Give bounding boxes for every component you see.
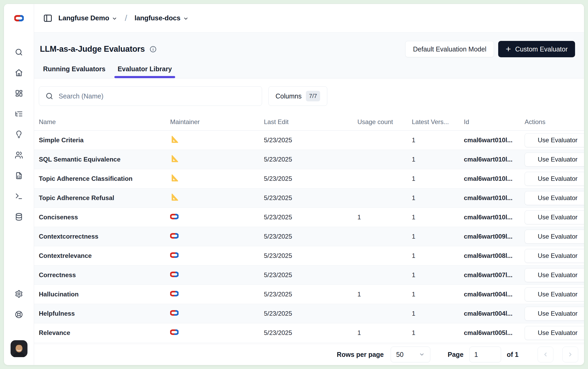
latest-version: 1 — [412, 310, 464, 317]
usage-count: 1 — [357, 214, 412, 221]
column-header-last-edit[interactable]: Last Edit — [264, 118, 357, 126]
table-row[interactable]: SQL Semantic Equivalence 5/23/2025 1 cma… — [34, 150, 584, 169]
use-evaluator-button[interactable]: Use Evaluator — [525, 153, 584, 167]
tab-running-evaluators[interactable]: Running Evaluators — [40, 65, 109, 78]
sidebar-toggle-icon[interactable] — [42, 12, 54, 24]
table-row[interactable]: Contextrelevance 5/23/2025 1 cmal6wart00… — [34, 246, 584, 266]
evaluator-id: cmal6wart007l... — [464, 271, 525, 279]
dashboards-icon[interactable] — [13, 87, 25, 99]
evaluator-name: Contextcorrectness — [34, 233, 170, 240]
chevron-down-icon — [183, 16, 189, 21]
evaluator-id: cmal6wart004l... — [464, 310, 525, 317]
evaluator-name: Topic Adherence Classification — [34, 175, 170, 182]
info-icon[interactable] — [150, 46, 157, 53]
actions-cell: Use Evaluator — [525, 307, 584, 321]
home-icon[interactable] — [13, 67, 25, 78]
use-evaluator-button[interactable]: Use Evaluator — [525, 230, 584, 244]
columns-button[interactable]: Columns 7/7 — [268, 86, 327, 106]
datasets-icon[interactable] — [13, 211, 25, 223]
use-evaluator-button[interactable]: Use Evaluator — [525, 191, 584, 205]
use-evaluator-button[interactable]: Use Evaluator — [525, 210, 584, 224]
project-switcher[interactable]: langfuse-docs — [134, 14, 189, 22]
table-header-row: Name Maintainer Last Edit Usage count La… — [34, 113, 584, 131]
ragas-icon — [170, 174, 179, 182]
settings-icon[interactable] — [13, 288, 25, 300]
table-row[interactable]: Simple Criteria 5/23/2025 1 cmal6wart010… — [34, 131, 584, 150]
actions-cell: Use Evaluator — [525, 230, 584, 244]
search-input[interactable] — [59, 92, 255, 100]
latest-version: 1 — [412, 329, 464, 337]
usage-count: 1 — [357, 329, 412, 337]
maintainer-cell — [170, 329, 264, 337]
usage-count: 1 — [357, 291, 412, 298]
use-evaluator-button[interactable]: Use Evaluator — [525, 287, 584, 301]
table-row[interactable]: Topic Adherence Classification 5/23/2025… — [34, 169, 584, 188]
columns-label: Columns — [276, 92, 302, 100]
support-icon[interactable] — [13, 309, 25, 320]
use-evaluator-button[interactable]: Use Evaluator — [525, 307, 584, 321]
actions-cell: Use Evaluator — [525, 249, 584, 263]
last-edit-date: 5/23/2025 — [264, 233, 357, 240]
tab-evaluator-library[interactable]: Evaluator Library — [114, 65, 175, 78]
evaluator-id: cmal6wart010l... — [464, 156, 525, 163]
page-number-input[interactable] — [469, 347, 501, 362]
evaluator-name: Correctness — [34, 271, 170, 279]
user-avatar[interactable] — [11, 340, 27, 357]
use-evaluator-button[interactable]: Use Evaluator — [525, 133, 584, 147]
actions-cell: Use Evaluator — [525, 210, 584, 224]
sidebar-nav — [13, 46, 25, 223]
column-header-id[interactable]: Id — [464, 118, 525, 126]
main-area: Langfuse Demo / langfuse-docs LLM-as-a-J… — [34, 4, 584, 365]
playground-icon[interactable] — [13, 190, 25, 202]
table-row[interactable]: Helpfulness 5/23/2025 1 cmal6wart004l...… — [34, 304, 584, 323]
table-row[interactable]: Hallucination 5/23/2025 1 1 cmal6wart004… — [34, 285, 584, 304]
last-edit-date: 5/23/2025 — [264, 175, 357, 182]
custom-evaluator-button[interactable]: + Custom Evaluator — [498, 41, 575, 57]
table-row[interactable]: Relevance 5/23/2025 1 1 cmal6wart005l...… — [34, 323, 584, 343]
search-icon[interactable] — [13, 46, 25, 58]
last-edit-date: 5/23/2025 — [264, 136, 357, 144]
org-name: Langfuse Demo — [58, 14, 109, 22]
maintainer-cell — [170, 290, 264, 299]
last-edit-date: 5/23/2025 — [264, 214, 357, 221]
latest-version: 1 — [412, 233, 464, 240]
evaluation-icon[interactable] — [13, 129, 25, 140]
evaluator-table: Name Maintainer Last Edit Usage count La… — [34, 113, 584, 343]
latest-version: 1 — [412, 291, 464, 298]
evaluator-name: Topic Adherence Refusal — [34, 194, 170, 202]
column-header-latest-version[interactable]: Latest Vers... — [412, 118, 464, 126]
org-switcher[interactable]: Langfuse Demo — [58, 14, 117, 22]
ragas-icon — [170, 193, 179, 201]
plus-icon: + — [506, 44, 511, 53]
next-page-button[interactable] — [562, 347, 578, 362]
last-edit-date: 5/23/2025 — [264, 329, 357, 337]
search-icon — [45, 92, 53, 100]
use-evaluator-button[interactable]: Use Evaluator — [525, 249, 584, 263]
table-row[interactable]: Conciseness 5/23/2025 1 1 cmal6wart010l.… — [34, 208, 584, 227]
use-evaluator-button[interactable]: Use Evaluator — [525, 326, 584, 340]
use-evaluator-button[interactable]: Use Evaluator — [525, 172, 584, 186]
langfuse-icon — [170, 309, 179, 318]
users-icon[interactable] — [13, 149, 25, 161]
latest-version: 1 — [412, 136, 464, 144]
use-evaluator-button[interactable]: Use Evaluator — [525, 268, 584, 282]
langfuse-logo-icon[interactable] — [4, 4, 34, 32]
table-row[interactable]: Correctness 5/23/2025 1 cmal6wart007l...… — [34, 266, 584, 285]
tracing-icon[interactable] — [13, 108, 25, 120]
evaluator-id: cmal6wart010l... — [464, 214, 525, 221]
rows-per-page-select[interactable]: 50 — [391, 347, 430, 362]
maintainer-cell — [170, 193, 264, 203]
evaluator-id: cmal6wart005l... — [464, 329, 525, 337]
previous-page-button[interactable] — [538, 347, 553, 362]
evaluator-name: Relevance — [34, 329, 170, 337]
last-edit-date: 5/23/2025 — [264, 271, 357, 279]
table-row[interactable]: Topic Adherence Refusal 5/23/2025 1 cmal… — [34, 188, 584, 208]
latest-version: 1 — [412, 175, 464, 182]
column-header-name[interactable]: Name — [34, 118, 170, 126]
evaluator-id: cmal6wart009l... — [464, 233, 525, 240]
default-evaluation-model-button[interactable]: Default Evaluation Model — [405, 41, 494, 57]
prompts-icon[interactable] — [13, 170, 25, 181]
table-row[interactable]: Contextcorrectness 5/23/2025 1 cmal6wart… — [34, 227, 584, 246]
column-header-maintainer[interactable]: Maintainer — [170, 118, 264, 126]
column-header-usage-count[interactable]: Usage count — [357, 118, 412, 126]
